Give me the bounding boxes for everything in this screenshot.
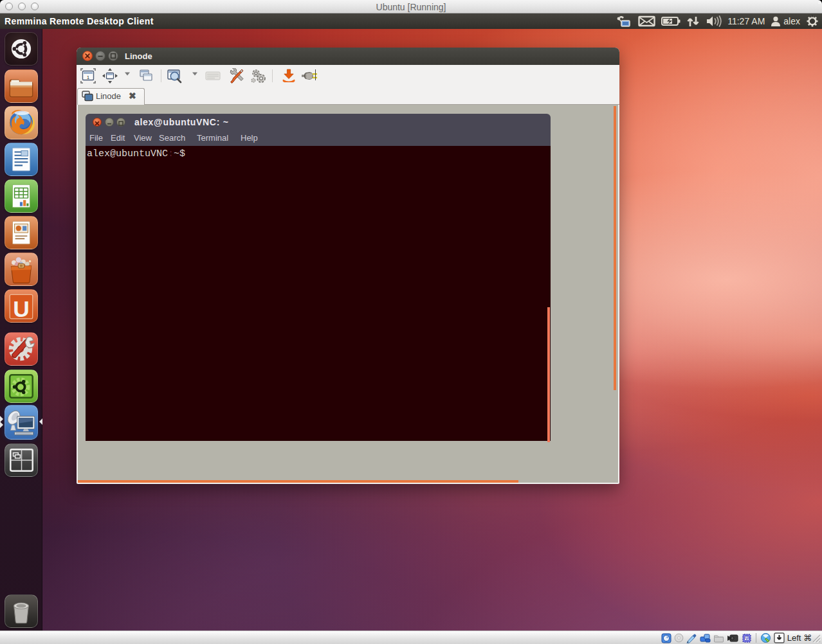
svg-text:1: 1 <box>87 75 90 80</box>
svg-text:U: U <box>13 296 30 322</box>
svg-text:U: U <box>745 636 748 640</box>
